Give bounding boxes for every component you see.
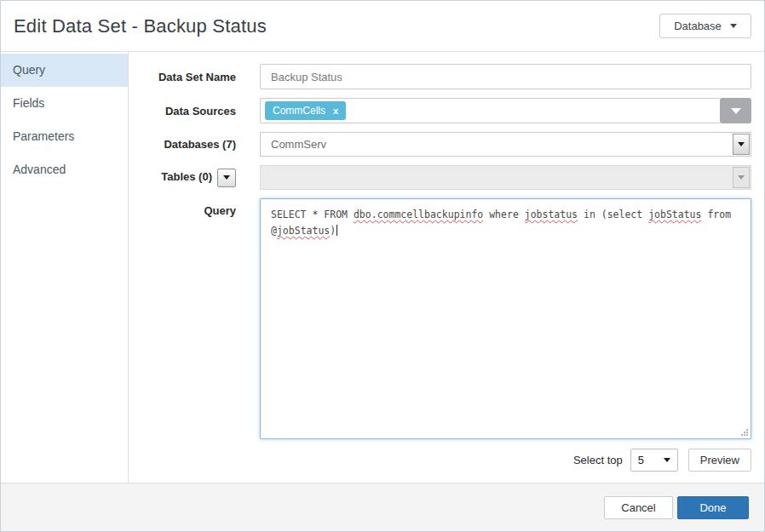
sidebar-item-fields[interactable]: Fields bbox=[1, 87, 128, 120]
chevron-down-icon bbox=[738, 175, 745, 180]
tables-label-text: Tables (0) bbox=[161, 170, 212, 183]
remove-tag-icon[interactable]: x bbox=[333, 106, 338, 116]
dialog-footer: Cancel Done bbox=[1, 483, 764, 531]
form-content: Data Set Name Data Sources CommCells x bbox=[129, 52, 764, 483]
database-dropdown-button[interactable]: Database bbox=[659, 14, 751, 38]
text-cursor bbox=[336, 225, 337, 236]
select-arrow-button[interactable] bbox=[733, 134, 750, 155]
query-text: from bbox=[701, 209, 731, 220]
database-dropdown-label: Database bbox=[674, 20, 722, 32]
data-set-name-label: Data Set Name bbox=[129, 71, 236, 83]
chevron-down-icon bbox=[730, 24, 737, 28]
databases-label: Databases (7) bbox=[129, 138, 236, 151]
resize-grip-icon[interactable] bbox=[740, 428, 749, 437]
done-button[interactable]: Done bbox=[677, 496, 749, 519]
dialog-header: Edit Data Set - Backup Status Database bbox=[1, 1, 764, 52]
data-sources-field[interactable]: CommCells x bbox=[260, 98, 751, 123]
data-sources-tag-field[interactable]: CommCells x bbox=[260, 98, 720, 123]
tables-row: Tables (0) bbox=[129, 165, 751, 190]
select-top-label: Select top bbox=[573, 454, 623, 466]
preview-button[interactable]: Preview bbox=[688, 449, 751, 472]
chevron-down-icon bbox=[223, 175, 230, 180]
query-text: SELECT * FROM bbox=[271, 209, 354, 220]
databases-selected-value: CommServ bbox=[271, 138, 326, 151]
data-source-tag-label: CommCells bbox=[273, 105, 325, 117]
sidebar-nav: QueryFieldsParametersAdvanced bbox=[1, 52, 129, 483]
sidebar-item-parameters[interactable]: Parameters bbox=[1, 120, 128, 153]
chevron-down-icon bbox=[731, 108, 741, 114]
query-textarea[interactable]: SELECT * FROM dbo.commcellbackupinfo whe… bbox=[260, 198, 751, 439]
select-arrow-button bbox=[733, 167, 750, 188]
query-line: @jobStatus) bbox=[271, 223, 740, 239]
select-top-value: 5 bbox=[638, 454, 644, 466]
page-title: Edit Data Set - Backup Status bbox=[14, 15, 267, 37]
databases-select[interactable]: CommServ bbox=[260, 132, 751, 157]
data-source-tag: CommCells x bbox=[265, 101, 346, 120]
dialog-body: QueryFieldsParametersAdvanced Data Set N… bbox=[1, 52, 764, 483]
misspelled-word: jobStatus bbox=[277, 225, 330, 237]
query-line: SELECT * FROM dbo.commcellbackupinfo whe… bbox=[271, 207, 740, 223]
tables-label: Tables (0) bbox=[129, 169, 236, 187]
edit-dataset-dialog: Edit Data Set - Backup Status Database Q… bbox=[0, 0, 765, 532]
misspelled-word: jobStatus bbox=[648, 209, 701, 220]
misspelled-word: dbo.commcellbackupinfo bbox=[354, 209, 483, 220]
query-text: @ bbox=[271, 225, 277, 237]
databases-row: Databases (7) CommServ bbox=[129, 132, 751, 157]
data-set-name-row: Data Set Name bbox=[129, 64, 751, 89]
tables-select-disabled bbox=[260, 165, 751, 190]
data-sources-row: Data Sources CommCells x bbox=[129, 98, 751, 123]
data-set-name-input[interactable] bbox=[260, 64, 751, 89]
query-text: ) bbox=[330, 225, 336, 237]
data-sources-dropdown-button[interactable] bbox=[720, 98, 751, 123]
query-text: in (select bbox=[578, 209, 648, 220]
sidebar-item-query[interactable]: Query bbox=[1, 54, 128, 87]
query-row: Query SELECT * FROM dbo.commcellbackupin… bbox=[129, 198, 751, 439]
tables-dropdown-button[interactable] bbox=[217, 169, 236, 187]
cancel-button[interactable]: Cancel bbox=[604, 496, 673, 519]
query-text: where bbox=[483, 209, 524, 220]
select-top-dropdown[interactable]: 5 bbox=[630, 449, 678, 472]
chevron-down-icon bbox=[738, 142, 745, 146]
sidebar-item-advanced[interactable]: Advanced bbox=[1, 153, 128, 186]
misspelled-word: jobstatus bbox=[525, 209, 578, 220]
preview-bar: Select top 5 Preview bbox=[129, 449, 751, 472]
data-sources-label: Data Sources bbox=[129, 105, 236, 117]
chevron-down-icon bbox=[664, 458, 670, 462]
query-label: Query bbox=[129, 204, 236, 217]
